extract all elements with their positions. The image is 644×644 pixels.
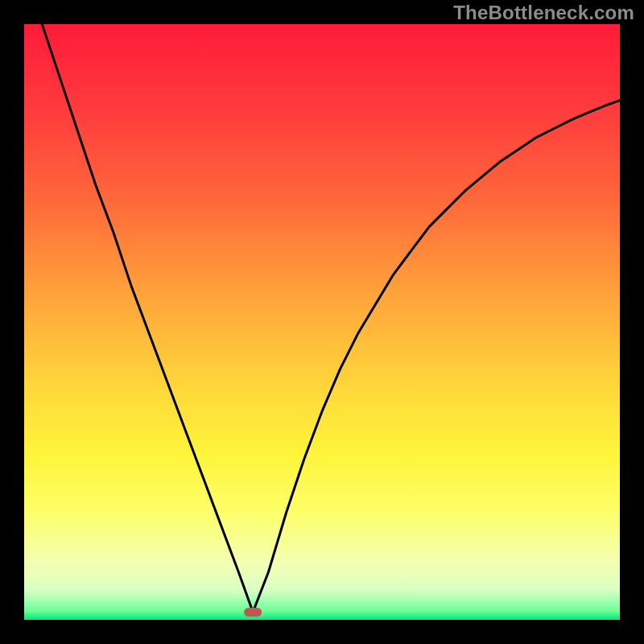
minimum-marker — [244, 608, 262, 617]
chart-svg — [24, 24, 620, 620]
watermark-text: TheBottleneck.com — [453, 2, 634, 24]
plot-area — [24, 24, 620, 620]
chart-frame: TheBottleneck.com — [0, 0, 644, 644]
gradient-background — [24, 24, 620, 620]
